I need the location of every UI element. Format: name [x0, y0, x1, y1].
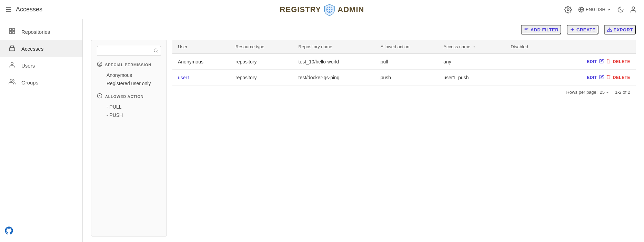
rows-per-page-label: Rows per page: [566, 90, 597, 95]
svg-point-23 [154, 49, 157, 52]
cell-allowed-action-1: push [375, 70, 438, 85]
logo-text-left: REGISTRY [280, 5, 321, 14]
col-header-repository-name: Repository name [293, 40, 375, 54]
language-selector[interactable]: ENGLISH [576, 5, 613, 14]
language-label: ENGLISH [586, 7, 605, 12]
svg-point-16 [10, 79, 12, 82]
accesses-icon [8, 44, 16, 53]
filter-item-registered[interactable]: Registered user only [97, 79, 161, 88]
rows-per-page-value: 25 [600, 90, 604, 95]
cell-repository-name-1: test/docker-gs-ping [293, 70, 375, 85]
allowed-action-title: ALLOWED ACTION [105, 94, 144, 99]
special-permission-icon [97, 61, 102, 68]
topbar-logo: REGISTRY ADMIN [280, 3, 364, 16]
github-link[interactable] [4, 226, 14, 236]
svg-point-9 [632, 7, 634, 9]
cell-user-anonymous: Anonymous [172, 54, 230, 70]
sidebar-item-accesses[interactable]: Accesses [0, 40, 82, 57]
delete-icon-0[interactable] [606, 59, 611, 64]
action-bar: ADD FILTER CREATE EXPORT [91, 25, 636, 34]
col-header-actions [550, 40, 636, 54]
col-header-disabled: Disabled [505, 40, 550, 54]
svg-point-15 [11, 62, 13, 65]
allowed-action-header: ALLOWED ACTION [97, 93, 161, 100]
row-actions-1: EDIT DELETE [555, 74, 630, 80]
sidebar-item-label-groups: Groups [21, 80, 38, 85]
sidebar: Repositories Accesses Users Groups [0, 19, 83, 242]
create-button[interactable]: CREATE [567, 25, 598, 34]
edit-icon-1[interactable] [599, 74, 604, 80]
cell-access-name-0: any [438, 54, 505, 70]
rows-per-page-select[interactable]: 25 [600, 90, 609, 95]
export-label: EXPORT [614, 27, 633, 32]
svg-rect-12 [13, 32, 15, 34]
search-wrap [97, 46, 161, 56]
sort-icon: ↑ [473, 44, 475, 49]
pagination-range: 1-2 of 2 [615, 90, 630, 95]
edit-button-1[interactable]: EDIT [587, 75, 597, 80]
special-permission-section: SPECIAL PERMISSION Anonymous Registered … [97, 61, 161, 88]
export-button[interactable]: EXPORT [604, 25, 636, 34]
sidebar-item-label-repositories: Repositories [21, 29, 50, 35]
sidebar-item-groups[interactable]: Groups [0, 74, 82, 91]
table-header-row: User Resource type Repository name Allow… [172, 40, 636, 54]
sidebar-item-label-accesses: Accesses [21, 46, 43, 52]
cell-resource-type-0: repository [230, 54, 293, 70]
search-icon [153, 48, 158, 54]
users-icon [8, 61, 16, 70]
row-actions-0: EDIT DELETE [555, 59, 630, 64]
pagination: Rows per page: 25 1-2 of 2 [172, 85, 636, 99]
col-header-access-name[interactable]: Access name ↑ [438, 40, 505, 54]
filter-item-anonymous[interactable]: Anonymous [97, 71, 161, 79]
sidebar-item-users[interactable]: Users [0, 57, 82, 74]
filter-item-pull[interactable]: - PULL [97, 103, 161, 111]
allowed-action-section: ALLOWED ACTION - PULL - PUSH [97, 93, 161, 119]
svg-point-1 [329, 9, 330, 10]
cell-disabled-1 [505, 70, 550, 85]
col-header-user: User [172, 40, 230, 54]
repositories-icon [8, 28, 16, 36]
table-area: User Resource type Repository name Allow… [172, 40, 636, 236]
accesses-table: User Resource type Repository name Allow… [172, 40, 636, 85]
special-permission-title: SPECIAL PERMISSION [105, 63, 151, 67]
special-permission-header: SPECIAL PERMISSION [97, 61, 161, 68]
page-title: Accesses [16, 6, 42, 13]
delete-button-0[interactable]: DELETE [613, 59, 630, 64]
filter-item-push[interactable]: - PUSH [97, 111, 161, 119]
dark-mode-icon[interactable] [616, 5, 625, 14]
delete-button-1[interactable]: DELETE [613, 75, 630, 80]
create-label: CREATE [576, 27, 595, 32]
edit-button-0[interactable]: EDIT [587, 59, 597, 64]
svg-point-6 [567, 9, 569, 11]
settings-icon[interactable] [563, 4, 573, 15]
filter-panel: SPECIAL PERMISSION Anonymous Registered … [91, 40, 167, 236]
svg-rect-11 [13, 29, 15, 31]
sidebar-item-repositories[interactable]: Repositories [0, 23, 82, 40]
cell-allowed-action-0: pull [375, 54, 438, 70]
edit-icon-0[interactable] [599, 59, 604, 64]
user-avatar-icon[interactable] [628, 4, 638, 15]
main-layout: Repositories Accesses Users Groups [0, 19, 644, 242]
delete-icon-1[interactable] [606, 74, 611, 80]
search-input[interactable] [97, 46, 161, 56]
table-row: user1 repository test/docker-gs-ping pus… [172, 70, 636, 85]
rows-per-page: Rows per page: 25 [566, 90, 610, 95]
topbar-left: ☰ Accesses [6, 6, 42, 14]
svg-line-24 [157, 51, 158, 52]
svg-point-26 [99, 63, 100, 64]
sidebar-item-label-users: Users [21, 63, 35, 69]
add-filter-button[interactable]: ADD FILTER [521, 25, 561, 34]
cell-actions-1: EDIT DELETE [550, 70, 636, 85]
menu-icon[interactable]: ☰ [6, 6, 12, 14]
col-header-resource-type: Resource type [230, 40, 293, 54]
svg-rect-10 [10, 29, 12, 31]
col-header-allowed-action: Allowed action [375, 40, 438, 54]
cell-disabled-0 [505, 54, 550, 70]
cell-actions-0: EDIT DELETE [550, 54, 636, 70]
logo-text-right: ADMIN [338, 5, 364, 14]
add-filter-label: ADD FILTER [531, 27, 559, 32]
svg-rect-14 [10, 48, 15, 51]
user-link-1[interactable]: user1 [178, 75, 190, 80]
main-area: SPECIAL PERMISSION Anonymous Registered … [91, 40, 636, 236]
topbar: ☰ Accesses REGISTRY ADMIN ENGLISH [0, 0, 644, 19]
